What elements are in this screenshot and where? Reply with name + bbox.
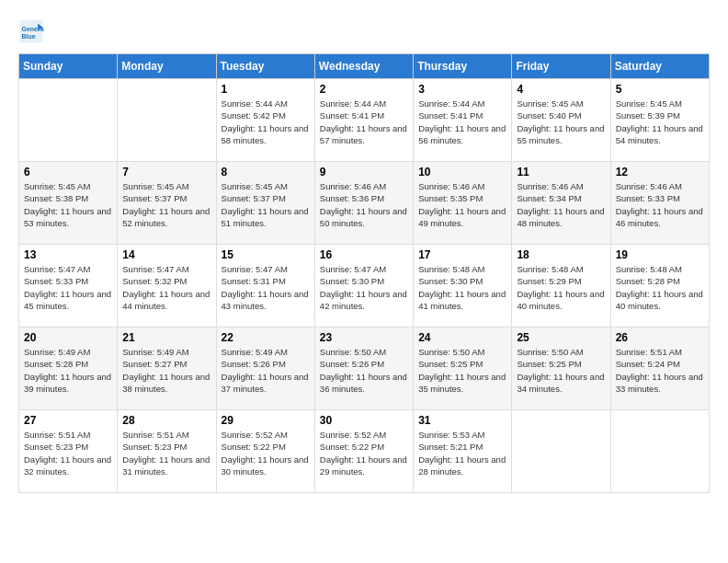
day-number: 10 bbox=[418, 166, 506, 178]
calendar-cell: 5Sunrise: 5:45 AM Sunset: 5:39 PM Daylig… bbox=[610, 79, 709, 162]
day-number: 8 bbox=[222, 166, 310, 178]
calendar-cell: 9Sunrise: 5:46 AM Sunset: 5:36 PM Daylig… bbox=[314, 162, 413, 245]
day-number: 15 bbox=[222, 248, 310, 261]
day-info: Sunrise: 5:47 AM Sunset: 5:31 PM Dayligh… bbox=[222, 263, 310, 312]
calendar-cell: 15Sunrise: 5:47 AM Sunset: 5:31 PM Dayli… bbox=[216, 245, 314, 327]
calendar-cell bbox=[118, 79, 216, 162]
day-info: Sunrise: 5:45 AM Sunset: 5:39 PM Dayligh… bbox=[616, 98, 704, 146]
calendar-cell: 3Sunrise: 5:44 AM Sunset: 5:41 PM Daylig… bbox=[414, 79, 512, 162]
day-number: 11 bbox=[517, 166, 605, 178]
day-info: Sunrise: 5:45 AM Sunset: 5:37 PM Dayligh… bbox=[122, 180, 210, 229]
day-info: Sunrise: 5:52 AM Sunset: 5:22 PM Dayligh… bbox=[222, 429, 310, 477]
calendar-cell: 19Sunrise: 5:48 AM Sunset: 5:28 PM Dayli… bbox=[610, 245, 709, 327]
day-info: Sunrise: 5:50 AM Sunset: 5:25 PM Dayligh… bbox=[517, 346, 605, 395]
day-number: 3 bbox=[418, 83, 506, 96]
day-info: Sunrise: 5:46 AM Sunset: 5:35 PM Dayligh… bbox=[418, 180, 506, 229]
day-info: Sunrise: 5:46 AM Sunset: 5:36 PM Dayligh… bbox=[320, 180, 408, 229]
day-info: Sunrise: 5:51 AM Sunset: 5:23 PM Dayligh… bbox=[122, 429, 210, 477]
day-info: Sunrise: 5:49 AM Sunset: 5:28 PM Dayligh… bbox=[24, 346, 112, 395]
calendar-cell bbox=[19, 79, 118, 162]
day-number: 1 bbox=[222, 83, 310, 96]
header-wednesday: Wednesday bbox=[314, 54, 413, 79]
day-number: 4 bbox=[517, 83, 605, 96]
day-info: Sunrise: 5:45 AM Sunset: 5:38 PM Dayligh… bbox=[24, 180, 112, 229]
day-number: 5 bbox=[616, 83, 704, 96]
page-header: General Blue bbox=[18, 18, 710, 44]
day-number: 20 bbox=[24, 331, 112, 344]
day-number: 6 bbox=[24, 166, 112, 178]
logo: General Blue bbox=[18, 18, 48, 44]
day-info: Sunrise: 5:52 AM Sunset: 5:22 PM Dayligh… bbox=[320, 429, 408, 477]
calendar-cell: 25Sunrise: 5:50 AM Sunset: 5:25 PM Dayli… bbox=[512, 327, 610, 410]
calendar-week-1: 1Sunrise: 5:44 AM Sunset: 5:42 PM Daylig… bbox=[19, 79, 710, 162]
calendar-week-2: 6Sunrise: 5:45 AM Sunset: 5:38 PM Daylig… bbox=[19, 162, 710, 245]
calendar-cell: 14Sunrise: 5:47 AM Sunset: 5:32 PM Dayli… bbox=[118, 245, 216, 327]
calendar-cell: 20Sunrise: 5:49 AM Sunset: 5:28 PM Dayli… bbox=[19, 327, 118, 410]
svg-text:Blue: Blue bbox=[22, 33, 36, 40]
day-number: 16 bbox=[320, 248, 408, 261]
calendar-cell: 11Sunrise: 5:46 AM Sunset: 5:34 PM Dayli… bbox=[512, 162, 610, 245]
calendar-week-4: 20Sunrise: 5:49 AM Sunset: 5:28 PM Dayli… bbox=[19, 327, 710, 410]
calendar-cell: 2Sunrise: 5:44 AM Sunset: 5:41 PM Daylig… bbox=[314, 79, 413, 162]
calendar-cell: 8Sunrise: 5:45 AM Sunset: 5:37 PM Daylig… bbox=[216, 162, 314, 245]
calendar-cell: 16Sunrise: 5:47 AM Sunset: 5:30 PM Dayli… bbox=[314, 245, 413, 327]
calendar-week-3: 13Sunrise: 5:47 AM Sunset: 5:33 PM Dayli… bbox=[19, 245, 710, 327]
day-info: Sunrise: 5:44 AM Sunset: 5:42 PM Dayligh… bbox=[222, 98, 310, 146]
day-info: Sunrise: 5:49 AM Sunset: 5:27 PM Dayligh… bbox=[122, 346, 210, 395]
day-number: 31 bbox=[418, 414, 506, 427]
day-number: 26 bbox=[616, 331, 704, 344]
calendar-cell: 28Sunrise: 5:51 AM Sunset: 5:23 PM Dayli… bbox=[118, 410, 216, 493]
calendar-header-row: SundayMondayTuesdayWednesdayThursdayFrid… bbox=[19, 54, 710, 79]
day-number: 14 bbox=[122, 248, 210, 261]
day-info: Sunrise: 5:47 AM Sunset: 5:33 PM Dayligh… bbox=[24, 263, 112, 312]
day-info: Sunrise: 5:46 AM Sunset: 5:33 PM Dayligh… bbox=[616, 180, 704, 229]
calendar-cell: 13Sunrise: 5:47 AM Sunset: 5:33 PM Dayli… bbox=[19, 245, 118, 327]
logo-icon: General Blue bbox=[18, 18, 44, 44]
calendar-cell: 10Sunrise: 5:46 AM Sunset: 5:35 PM Dayli… bbox=[414, 162, 512, 245]
calendar-cell: 30Sunrise: 5:52 AM Sunset: 5:22 PM Dayli… bbox=[314, 410, 413, 493]
day-number: 29 bbox=[222, 414, 310, 427]
day-number: 25 bbox=[517, 331, 605, 344]
day-number: 22 bbox=[222, 331, 310, 344]
day-number: 9 bbox=[320, 166, 408, 178]
day-info: Sunrise: 5:48 AM Sunset: 5:30 PM Dayligh… bbox=[418, 263, 506, 312]
calendar-week-5: 27Sunrise: 5:51 AM Sunset: 5:23 PM Dayli… bbox=[19, 410, 710, 493]
header-friday: Friday bbox=[512, 54, 610, 79]
day-number: 21 bbox=[122, 331, 210, 344]
calendar-cell: 6Sunrise: 5:45 AM Sunset: 5:38 PM Daylig… bbox=[19, 162, 118, 245]
day-number: 12 bbox=[616, 166, 704, 178]
header-monday: Monday bbox=[118, 54, 216, 79]
day-info: Sunrise: 5:48 AM Sunset: 5:29 PM Dayligh… bbox=[517, 263, 605, 312]
day-info: Sunrise: 5:47 AM Sunset: 5:30 PM Dayligh… bbox=[320, 263, 408, 312]
calendar-cell: 26Sunrise: 5:51 AM Sunset: 5:24 PM Dayli… bbox=[610, 327, 709, 410]
day-number: 24 bbox=[418, 331, 506, 344]
day-number: 28 bbox=[122, 414, 210, 427]
day-number: 17 bbox=[418, 248, 506, 261]
day-info: Sunrise: 5:51 AM Sunset: 5:23 PM Dayligh… bbox=[24, 429, 112, 477]
day-number: 30 bbox=[320, 414, 408, 427]
header-saturday: Saturday bbox=[610, 54, 709, 79]
day-number: 18 bbox=[517, 248, 605, 261]
day-number: 23 bbox=[320, 331, 408, 344]
calendar-cell: 7Sunrise: 5:45 AM Sunset: 5:37 PM Daylig… bbox=[118, 162, 216, 245]
calendar-cell bbox=[512, 410, 610, 493]
calendar-cell: 18Sunrise: 5:48 AM Sunset: 5:29 PM Dayli… bbox=[512, 245, 610, 327]
day-info: Sunrise: 5:50 AM Sunset: 5:25 PM Dayligh… bbox=[418, 346, 506, 395]
header-thursday: Thursday bbox=[414, 54, 512, 79]
calendar-cell: 21Sunrise: 5:49 AM Sunset: 5:27 PM Dayli… bbox=[118, 327, 216, 410]
day-info: Sunrise: 5:44 AM Sunset: 5:41 PM Dayligh… bbox=[320, 98, 408, 146]
calendar-cell: 24Sunrise: 5:50 AM Sunset: 5:25 PM Dayli… bbox=[414, 327, 512, 410]
calendar-cell: 29Sunrise: 5:52 AM Sunset: 5:22 PM Dayli… bbox=[216, 410, 314, 493]
calendar-table: SundayMondayTuesdayWednesdayThursdayFrid… bbox=[18, 53, 710, 493]
day-info: Sunrise: 5:44 AM Sunset: 5:41 PM Dayligh… bbox=[418, 98, 506, 146]
day-number: 13 bbox=[24, 248, 112, 261]
day-info: Sunrise: 5:45 AM Sunset: 5:40 PM Dayligh… bbox=[517, 98, 605, 146]
day-info: Sunrise: 5:51 AM Sunset: 5:24 PM Dayligh… bbox=[616, 346, 704, 395]
day-info: Sunrise: 5:46 AM Sunset: 5:34 PM Dayligh… bbox=[517, 180, 605, 229]
header-tuesday: Tuesday bbox=[216, 54, 314, 79]
calendar-cell bbox=[610, 410, 709, 493]
calendar-cell: 17Sunrise: 5:48 AM Sunset: 5:30 PM Dayli… bbox=[414, 245, 512, 327]
day-info: Sunrise: 5:45 AM Sunset: 5:37 PM Dayligh… bbox=[222, 180, 310, 229]
day-info: Sunrise: 5:49 AM Sunset: 5:26 PM Dayligh… bbox=[222, 346, 310, 395]
calendar-cell: 12Sunrise: 5:46 AM Sunset: 5:33 PM Dayli… bbox=[610, 162, 709, 245]
